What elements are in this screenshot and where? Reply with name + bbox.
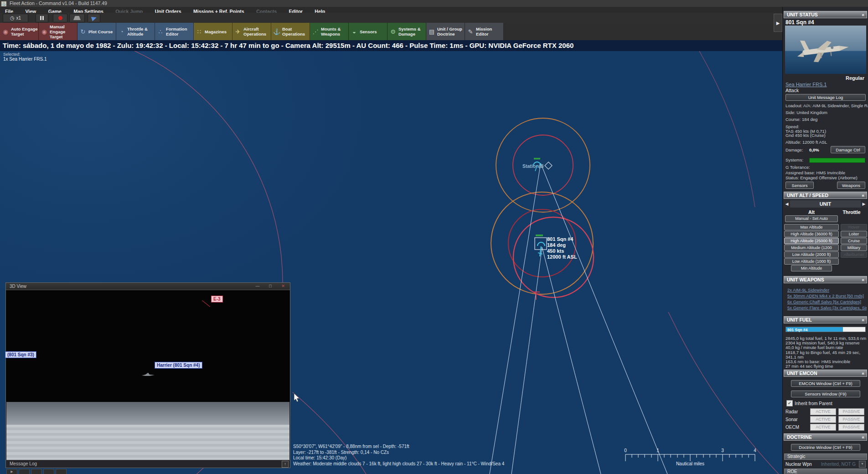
jump-pointer-button[interactable] (88, 14, 100, 22)
scope-label: UNIT (784, 200, 867, 208)
section-header-emcon[interactable]: UNIT EMCON « (784, 370, 867, 377)
weapons-icon: ⋰ (310, 28, 321, 35)
fuel-line: 40,0 kg / minute fuel burn rate (785, 345, 843, 350)
collapse-chevron-icon[interactable]: « (860, 319, 866, 322)
roe-subheader[interactable]: ROE (784, 469, 867, 474)
mounts-weapons-button[interactable]: ⋰Mounts &Weapons (310, 23, 349, 40)
3d-view-window[interactable]: 3D View — □ ✕ E-3 (801 Sqn #3) Harrier (… (5, 282, 290, 468)
ribbon-label: Aircraft (243, 26, 266, 31)
sensors-panel-button[interactable]: Sensors (785, 182, 814, 189)
inherit-checkbox[interactable]: ✔ (786, 400, 793, 406)
sensors-button[interactable]: ◒Sensors (349, 23, 388, 40)
collapse-chevron-icon[interactable]: « (860, 279, 866, 281)
contact-tag-e3[interactable]: E-3 (211, 296, 223, 302)
sensors-window-button[interactable]: Sensors Window (F9) (791, 391, 860, 397)
expand-up-icon[interactable]: ↑ (282, 461, 289, 468)
scale-caption: Nautical miles (676, 461, 704, 466)
log-filter-chip[interactable] (56, 469, 67, 474)
damage-ctrl-button[interactable]: Damage Ctrl (831, 146, 865, 153)
section-header-unit-status[interactable]: UNIT STATUS « (784, 11, 867, 18)
throttle-button-hover: Hover (841, 224, 867, 230)
assigned-base: Assigned base: HMS Invincible (785, 170, 845, 175)
collapse-chevron-icon[interactable]: « (860, 14, 866, 16)
unit-side: Side: United Kingdom (785, 110, 827, 115)
station-symbol[interactable]: Station(B (522, 158, 552, 171)
weapon-link[interactable]: 6x Generic Chaff Salvo [5x Cartridges] (787, 299, 861, 304)
time-compression-button[interactable]: ◷ x1 (3, 14, 28, 22)
emcon-window-button[interactable]: EMCON Window (Ctrl + F9) (791, 380, 860, 387)
local-time-line: Local time: 15:42:30 (Day) (293, 455, 504, 461)
3d-view-titlebar[interactable]: 3D View — □ ✕ (6, 283, 290, 290)
oecm-active-button[interactable]: ACTIVE (810, 424, 836, 431)
unit-symbol[interactable] (535, 234, 547, 256)
doctrine-window-button[interactable]: Doctrine Window (Ctrl + F9) (791, 444, 860, 451)
oecm-passive-button[interactable]: PASSIVE (838, 424, 864, 431)
aircraft-operations-button[interactable]: ✈AircraftOperations (232, 23, 271, 40)
alt-button-min[interactable]: Min Altitude (791, 265, 832, 271)
pause-button[interactable] (36, 14, 48, 22)
throttle-button-military[interactable]: Military (841, 245, 867, 251)
nuclear-dropdown[interactable]: ▾ (859, 461, 866, 468)
throttle-button-cruise[interactable]: Cruise (841, 238, 867, 244)
sidebar-collapse-button[interactable]: ▶ (774, 14, 782, 32)
play-icon[interactable]: ▶ (6, 469, 17, 474)
section-header-doctrine[interactable]: DOCTRINE « (784, 433, 867, 441)
manual-engage-target-button[interactable]: ◉ManualEngage Target (39, 23, 78, 40)
plot-course-button[interactable]: ↻Plot Course (78, 23, 116, 40)
formation-editor-button[interactable]: ∴FormationEditor (155, 23, 194, 40)
scope-next-button[interactable]: ▶ (861, 200, 867, 208)
log-filter-chip[interactable] (19, 469, 30, 474)
alt-button-low-2000[interactable]: Low Altitude (2000 ft) (784, 251, 839, 258)
section-header-alt-speed[interactable]: UNIT ALT / SPEED « (784, 192, 867, 199)
close-button[interactable]: ✕ (280, 283, 286, 289)
throttle-button-loiter[interactable]: Loiter (841, 231, 867, 237)
unit-callsign: 801 Sqn #4 (785, 19, 814, 26)
minimize-button[interactable]: — (254, 283, 261, 289)
ribbon-label: Altitude (127, 31, 148, 36)
collapse-chevron-icon[interactable]: « (860, 436, 866, 439)
collapse-chevron-icon[interactable]: « (860, 372, 866, 375)
log-filter-chip[interactable] (43, 469, 54, 474)
radar-passive-button[interactable]: PASSIVE (838, 408, 864, 415)
unit-name-link[interactable]: Sea Harrier FRS.1 (785, 82, 827, 87)
mission-editor-button[interactable]: ✎MissionEditor (465, 23, 504, 40)
alt-button-max[interactable]: Max Altitude (784, 224, 839, 230)
unit-group-doctrine-button[interactable]: ▤Unit / GroupDoctrine (426, 23, 465, 40)
alt-button-low-1000[interactable]: Low Altitude (1000 ft) (784, 258, 839, 265)
manual-set-auto-button[interactable]: Manual - Set Auto (785, 215, 838, 222)
radar-active-button[interactable]: ACTIVE (810, 408, 836, 415)
systems-damage-button[interactable]: ⚙Systems &Damage (388, 23, 426, 40)
screenshot-button[interactable] (69, 14, 85, 22)
alt-button-medium[interactable]: Medium Altitude (1200 (784, 245, 839, 251)
unit-altitude: Altitude: 12000 ft ASL (785, 140, 827, 145)
engage-icon: ◉ (0, 28, 11, 35)
contact-tag-801-sqn-4[interactable]: Harrier (801 Sqn #4) (155, 362, 202, 369)
record-button[interactable] (53, 14, 67, 22)
throttle-button-afterburner: Afterburner (841, 251, 867, 258)
contact-tag-801-sqn-3[interactable]: (801 Sqn #3) (5, 351, 36, 358)
chevron-right-icon: ▶ (776, 21, 780, 26)
throttle-altitude-button[interactable]: ◔Throttle &Altitude (116, 23, 155, 40)
weapon-link[interactable]: 2x AIM-9L Sidewinder (787, 287, 829, 292)
boat-icon: ⚓ (271, 28, 282, 35)
alt-button-high-25000[interactable]: High Altitude (25000 ft) (784, 238, 839, 244)
section-header-fuel[interactable]: UNIT FUEL « (784, 316, 867, 323)
sonar-passive-button[interactable]: PASSIVE (838, 416, 864, 423)
refpoint-diamond-icon[interactable] (545, 162, 552, 169)
weapon-link[interactable]: 5x 30mm ADEN Mk4 x 2 Burst [50 rnds] (787, 293, 864, 298)
magazines-button[interactable]: ∷Magazines (194, 23, 232, 40)
section-header-weapons[interactable]: UNIT WEAPONS « (784, 276, 867, 283)
weapons-panel-button[interactable]: Weapons (837, 182, 865, 189)
log-filter-chip[interactable] (31, 469, 42, 474)
weapon-link[interactable]: 5x Generic Flare Salvo [3x Cartridges, S… (787, 305, 867, 310)
auto-engage-target-button[interactable]: ◉Auto EngageTarget (0, 23, 39, 40)
alt-button-high-36000[interactable]: High Altitude (36000 ft) (784, 231, 839, 237)
boat-operations-button[interactable]: ⚓BoatOperations (271, 23, 310, 40)
maximize-button[interactable]: □ (267, 283, 274, 289)
scale-tick-0: 0 (624, 448, 627, 453)
message-log-bar[interactable]: Message Log ↑ (6, 460, 290, 468)
unit-message-log-button[interactable]: Unit Message Log (785, 94, 866, 101)
strategic-subheader[interactable]: Strategic (784, 453, 867, 460)
collapse-chevron-icon[interactable]: « (860, 194, 866, 197)
sonar-active-button[interactable]: ACTIVE (810, 416, 836, 423)
